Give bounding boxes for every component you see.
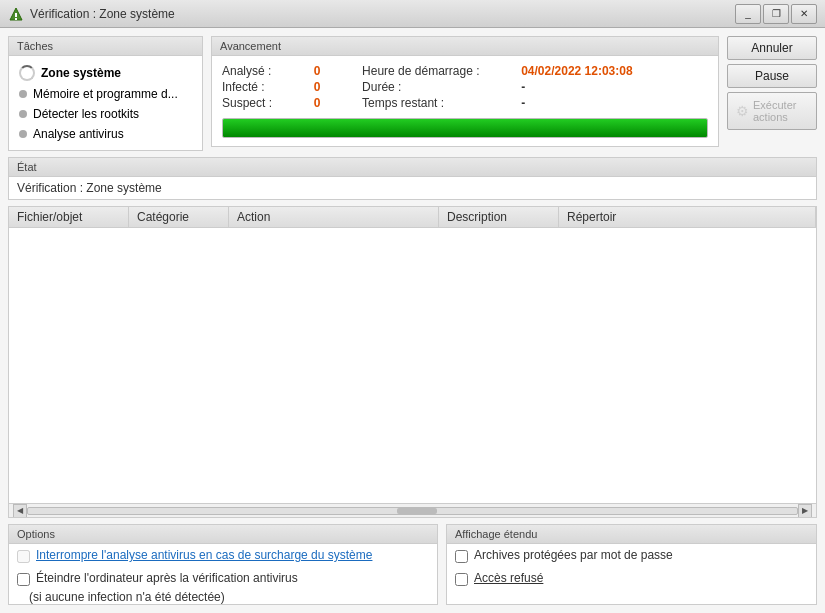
titlebar: Vérification : Zone système _ ❐ ✕ [0,0,825,28]
svg-rect-1 [15,13,17,17]
affichage-panel: Affichage étendu Archives protégées par … [446,524,817,605]
scrollbar-thumb[interactable] [397,508,437,514]
tache-memoire: Mémoire et programme d... [15,84,196,104]
col-repertoire: Répertoir [559,207,816,227]
tache-antivirus: Analyse antivirus [15,124,196,144]
tache-zone-systeme: Zone système [15,62,196,84]
dot-icon [19,130,27,138]
col-action: Action [229,207,439,227]
affichage-acces-label: Accès refusé [474,571,543,585]
option-eteindre-sublabel: (si aucune infection n'a été détectée) [9,590,437,604]
main-content: Tâches Zone système Mémoire et programme… [0,28,825,613]
affichage-header: Affichage étendu [447,525,816,544]
temps-label: Temps restant : [362,96,513,110]
avancement-panel: Avancement Analysé : 0 Heure de démarrag… [211,36,719,147]
svg-rect-2 [15,18,17,20]
option-eteindre-container: Éteindre l'ordinateur après la vérificat… [9,567,437,604]
dot-icon [19,90,27,98]
options-panel: Options Interrompre l'analyse antivirus … [8,524,438,605]
options-header: Options [9,525,437,544]
option-eteindre-row: Éteindre l'ordinateur après la vérificat… [9,567,437,590]
etat-header: État [9,158,816,177]
avancement-header: Avancement [212,37,718,56]
infecte-label: Infecté : [222,80,306,94]
analyse-value: 0 [314,64,354,78]
minimize-button[interactable]: _ [735,4,761,24]
pause-button[interactable]: Pause [727,64,817,88]
scroll-left-button[interactable]: ◀ [13,504,27,518]
suspect-value: 0 [314,96,354,110]
affichage-archives-checkbox[interactable] [455,550,468,563]
executer-button: ⚙ Exécuteractions [727,92,817,130]
action-buttons: Annuler Pause ⚙ Exécuteractions [727,36,817,130]
option-surcharge-row: Interrompre l'analyse antivirus en cas d… [9,544,437,567]
suspect-label: Suspect : [222,96,306,110]
executer-label: Exécuteractions [753,99,796,123]
option-eteindre-checkbox[interactable] [17,573,30,586]
top-section: Tâches Zone système Mémoire et programme… [8,36,817,151]
scroll-right-button[interactable]: ▶ [798,504,812,518]
table-body[interactable] [9,228,816,503]
option-eteindre-label: Éteindre l'ordinateur après la vérificat… [36,571,298,585]
heure-label: Heure de démarrage : [362,64,513,78]
progress-bar-container [222,118,708,138]
loading-icon [19,65,35,81]
app-icon [8,6,24,22]
gear-icon: ⚙ [736,103,749,119]
heure-value: 04/02/2022 12:03:08 [521,64,666,78]
col-categorie: Catégorie [129,207,229,227]
etat-status: Vérification : Zone système [9,177,816,199]
taches-panel: Tâches Zone système Mémoire et programme… [8,36,203,151]
analyse-label: Analysé : [222,64,306,78]
affichage-acces-checkbox[interactable] [455,573,468,586]
affichage-acces-row: Accès refusé [447,567,816,590]
bottom-section: Options Interrompre l'analyse antivirus … [8,524,817,605]
etat-panel: État Vérification : Zone système [8,157,817,200]
col-fichier: Fichier/objet [9,207,129,227]
affichage-archives-row: Archives protégées par mot de passe [447,544,816,567]
option-surcharge-label: Interrompre l'analyse antivirus en cas d… [36,548,372,562]
duree-label: Durée : [362,80,513,94]
annuler-button[interactable]: Annuler [727,36,817,60]
avancement-content: Analysé : 0 Heure de démarrage : 04/02/2… [212,56,718,146]
affichage-archives-label: Archives protégées par mot de passe [474,548,673,562]
taches-header: Tâches [9,37,202,56]
close-button[interactable]: ✕ [791,4,817,24]
table-header: Fichier/objet Catégorie Action Descripti… [9,207,816,228]
restore-button[interactable]: ❐ [763,4,789,24]
dot-icon [19,110,27,118]
tache-rootkits: Détecter les rootkits [15,104,196,124]
progress-bar-fill [223,119,707,137]
infecte-value: 0 [314,80,354,94]
temps-value: - [521,96,666,110]
results-table: Fichier/objet Catégorie Action Descripti… [8,206,817,518]
taches-content: Zone système Mémoire et programme d... D… [9,56,202,150]
col-description: Description [439,207,559,227]
avancement-grid: Analysé : 0 Heure de démarrage : 04/02/2… [222,64,708,110]
horizontal-scrollbar[interactable]: ◀ ▶ [9,503,816,517]
scrollbar-track[interactable] [27,507,798,515]
window-controls: _ ❐ ✕ [735,4,817,24]
window-title: Vérification : Zone système [30,7,735,21]
option-surcharge-checkbox[interactable] [17,550,30,563]
duree-value: - [521,80,666,94]
